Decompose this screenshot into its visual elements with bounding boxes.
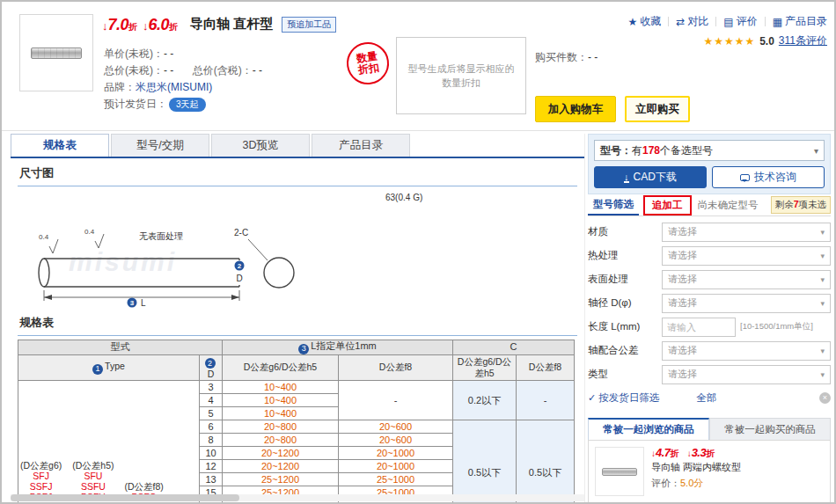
compare-label: 对比 — [687, 14, 708, 29]
related-rating-label: 评价： — [651, 478, 680, 488]
ship-filter-value[interactable]: 全部 — [696, 391, 716, 405]
filter-select[interactable]: 请选择▾ — [662, 341, 831, 361]
type-label: Type — [105, 361, 125, 371]
badge-prefix: 剩余 — [775, 199, 794, 209]
close-icon[interactable]: × — [819, 392, 831, 404]
l-group-label: L指定单位1mm — [311, 340, 377, 351]
quantity-label: 购买件数： — [535, 51, 588, 63]
chevron-down-icon: ▾ — [814, 146, 818, 156]
select-placeholder: 请选择 — [668, 249, 697, 262]
spec-cell: 20~1200 — [223, 447, 339, 460]
rating-row: ★★★★★ 5.0 311条评价 — [703, 33, 827, 48]
tab-spec-table[interactable]: 规格表 — [11, 134, 109, 157]
total-tax-value: - - — [253, 64, 262, 77]
discount-value: 7.0 — [108, 17, 129, 33]
chevron-down-icon: ▾ — [820, 252, 825, 260]
tab-bought-together[interactable]: 常被一起购买的商品 — [709, 418, 831, 440]
length-input[interactable] — [662, 318, 736, 337]
shaft-image — [31, 47, 82, 59]
title-row: ↓ 7.0 折 ↓ 6.0 折 导向轴 直杆型 预追加工品 — [102, 16, 336, 33]
brand-link[interactable]: 米思米(MISUMI) — [136, 81, 212, 93]
filter-select[interactable]: 请选择▾ — [662, 294, 831, 313]
reviews-link[interactable]: 311条评价 — [779, 33, 827, 48]
catalog-label: 产品目录 — [785, 14, 827, 29]
catalog-icon: ▦ — [773, 16, 782, 28]
ship-filter-label[interactable]: 按发货日筛选 — [598, 391, 659, 405]
spec-cell: 20~1000 — [339, 447, 453, 460]
col-header-l-tol2: D公差f8 — [339, 354, 453, 381]
discount-badge: ↓ 3.3 折 — [687, 447, 715, 458]
review-label: 评价 — [737, 14, 758, 29]
model-suffix: 个备选型号 — [660, 143, 713, 158]
buy-now-button[interactable]: 立即购买 — [625, 96, 690, 122]
col-header-l-tol1: D公差g6/D公差h5 — [223, 354, 339, 381]
unit-price-label: 单价(未税)： — [104, 47, 164, 60]
chevron-down-icon: ▾ — [820, 370, 825, 379]
cad-button-label: CAD下载 — [634, 170, 677, 185]
filter-select[interactable]: 请选择▾ — [662, 270, 831, 289]
product-page: ↓ 7.0 折 ↓ 6.0 折 导向轴 直杆型 预追加工品 单价(未税)：- -… — [0, 0, 836, 504]
chamfer-label: 2-C — [234, 228, 248, 237]
badge-suffix: 项未选 — [799, 199, 827, 209]
tab-model-delivery[interactable]: 型号/交期 — [111, 134, 209, 157]
tech-support-button[interactable]: 技术咨询 — [712, 166, 825, 188]
tab-viewed-together[interactable]: 常被一起浏览的商品 — [588, 418, 709, 440]
ship-label: 预计发货日： — [104, 98, 167, 110]
cad-download-button[interactable]: ↓ CAD下载 — [594, 166, 707, 188]
filter-row: 长度 L(mm)[10-1500/1mm单位] — [588, 315, 831, 339]
spec-cell: 20~600 — [339, 420, 453, 434]
review-button[interactable]: ▤评价 — [723, 14, 757, 29]
tab-additional-machining[interactable]: 追加工 — [643, 195, 692, 215]
spec-cell: 6 — [200, 420, 223, 434]
add-to-cart-button[interactable]: 加入购物车 — [535, 96, 616, 122]
col-header-type: 1Type — [18, 354, 200, 381]
spec-cell: 20~800 — [223, 434, 339, 447]
filter-label: 材质 — [588, 225, 662, 238]
circled-number-icon: 2 — [205, 358, 216, 369]
filter-select[interactable]: 请选择▾ — [662, 223, 831, 242]
spec-cell: 4 — [200, 394, 223, 407]
model-select-dropdown[interactable]: 型号： 有 178 个备选型号 ▾ — [594, 140, 825, 161]
horizontal-scrollbar[interactable] — [11, 494, 584, 501]
divider — [715, 17, 716, 26]
tab-catalog[interactable]: 产品目录 — [312, 134, 410, 157]
input-hint: [10-1500/1mm单位] — [740, 321, 813, 332]
filter-list: 材质请选择▾热处理请选择▾表面处理请选择▾轴径 D(φ)请选择▾长度 L(mm)… — [588, 216, 831, 386]
related-product-card[interactable]: ↓ 4.7 折 ↓ 3.3 折 导向轴 两端内螺纹型 评价：5.0分 — [588, 440, 831, 504]
spec-table-body: (D公差g6)SFJSSFJPSFJPSSFJ(D公差h5)SFUSSFUPSF… — [18, 381, 575, 504]
header: ↓ 7.0 折 ↓ 6.0 折 导向轴 直杆型 预追加工品 单价(未税)：- -… — [11, 7, 829, 130]
product-thumbnail[interactable] — [19, 14, 93, 91]
vertical-divider — [584, 134, 585, 502]
spec-cell: 0.5以下 — [517, 420, 575, 504]
purchase-block: 购买件数：- - 加入购物车 立即购买 — [535, 49, 702, 122]
filter-label: 热处理 — [588, 249, 662, 262]
filter-row: 热处理请选择▾ — [588, 244, 831, 267]
spec-cell: 8 — [200, 434, 223, 447]
l-label: L — [141, 298, 146, 308]
catalog-button[interactable]: ▦产品目录 — [773, 14, 827, 29]
star-icon: ★ — [627, 16, 637, 28]
tab-undetermined-model[interactable]: 尚未确定型号 — [698, 199, 759, 212]
model-count: 178 — [642, 144, 660, 157]
tab-model-filter[interactable]: 型号筛选 — [588, 194, 639, 215]
discount-value: 6.0 — [149, 17, 170, 33]
filter-select[interactable]: 请选择▾ — [662, 246, 831, 266]
select-placeholder: 请选择 — [668, 296, 697, 310]
compare-button[interactable]: ⇄对比 — [676, 14, 708, 29]
spec-section-title: 规格表 — [18, 315, 577, 336]
dimension-section-title: 尺寸图 — [18, 165, 577, 186]
related-tabs: 常被一起浏览的商品 常被一起购买的商品 — [588, 418, 831, 440]
circled-number-icon: 1 — [92, 364, 103, 375]
tab-3d-preview[interactable]: 3D预览 — [211, 134, 310, 157]
ship-days-badge: 3天起 — [169, 98, 206, 112]
scrollbar-thumb[interactable] — [11, 494, 239, 501]
spec-cell: 5 — [200, 407, 223, 420]
discount-unit: 折 — [706, 449, 715, 458]
brand-label: 品牌： — [104, 81, 136, 93]
spec-cell: 20~1000 — [339, 460, 453, 473]
favorite-button[interactable]: ★收藏 — [627, 14, 661, 29]
spec-cell: 20~1200 — [223, 460, 339, 473]
filter-tabs: 型号筛选 追加工 尚未确定型号 剩余7项未选 — [588, 194, 831, 216]
filter-select[interactable]: 请选择▾ — [662, 365, 831, 384]
spec-cell: - — [517, 381, 575, 420]
